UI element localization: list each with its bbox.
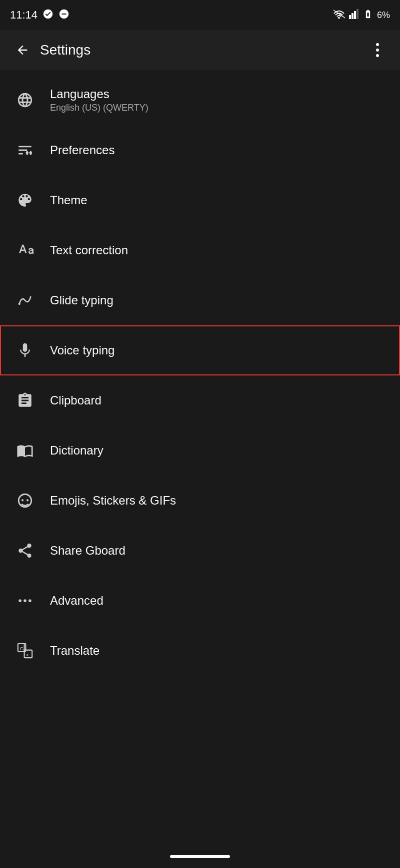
translate-text: Translate xyxy=(50,644,100,658)
wifi-icon xyxy=(333,10,345,21)
share-gboard-text: Share Gboard xyxy=(50,544,126,558)
dictionary-icon xyxy=(10,436,40,466)
theme-title: Theme xyxy=(50,193,88,207)
advanced-text: Advanced xyxy=(50,594,104,608)
settings-item-dictionary[interactable]: Dictionary xyxy=(0,425,400,476)
languages-title: Languages xyxy=(50,87,148,101)
bottom-nav-handle xyxy=(170,855,230,858)
glide-typing-icon xyxy=(10,285,40,315)
svg-point-6 xyxy=(24,599,26,602)
status-left: 11:14 xyxy=(10,9,70,22)
svg-point-7 xyxy=(28,599,32,602)
app-bar: Settings xyxy=(0,30,400,70)
text-correction-text: Text correction xyxy=(50,243,128,257)
languages-icon xyxy=(10,85,40,115)
page-title: Settings xyxy=(40,42,365,58)
settings-item-glide-typing[interactable]: Glide typing xyxy=(0,275,400,325)
settings-item-clipboard[interactable]: Clipboard xyxy=(0,375,400,425)
settings-item-languages[interactable]: Languages English (US) (QWERTY) xyxy=(0,75,400,125)
settings-item-preferences[interactable]: Preferences xyxy=(0,125,400,175)
languages-text: Languages English (US) (QWERTY) xyxy=(50,87,148,113)
preferences-title: Preferences xyxy=(50,143,114,157)
battery-percentage: 6% xyxy=(377,10,390,21)
voice-typing-title: Voice typing xyxy=(50,343,114,357)
preferences-icon xyxy=(10,135,40,165)
settings-item-share-gboard[interactable]: Share Gboard xyxy=(0,526,400,576)
share-gboard-title: Share Gboard xyxy=(50,544,126,558)
preferences-text: Preferences xyxy=(50,143,114,157)
signal-icon xyxy=(349,9,359,22)
clipboard-icon xyxy=(10,385,40,415)
translate-title: Translate xyxy=(50,644,100,658)
status-bar: 11:14 6% xyxy=(0,0,400,30)
settings-item-voice-typing[interactable]: Voice typing xyxy=(0,325,400,375)
settings-item-emojis[interactable]: Emojis, Stickers & GIFs xyxy=(0,476,400,526)
more-options-button[interactable] xyxy=(365,38,390,63)
svg-text:x: x xyxy=(26,652,28,657)
battery-icon xyxy=(363,9,373,22)
voice-typing-text: Voice typing xyxy=(50,343,114,357)
svg-point-5 xyxy=(18,599,22,602)
glide-typing-text: Glide typing xyxy=(50,293,114,307)
dnd-icon xyxy=(58,9,70,22)
svg-text:G: G xyxy=(20,646,24,651)
voice-typing-icon xyxy=(10,335,40,365)
glide-typing-title: Glide typing xyxy=(50,293,114,307)
svg-rect-0 xyxy=(349,15,351,19)
share-gboard-icon xyxy=(10,536,40,566)
theme-text: Theme xyxy=(50,193,88,207)
status-right: 6% xyxy=(333,9,390,22)
theme-icon xyxy=(10,185,40,215)
settings-item-translate[interactable]: G x Translate xyxy=(0,626,400,676)
settings-item-advanced[interactable]: Advanced xyxy=(0,576,400,626)
emojis-icon xyxy=(10,486,40,516)
status-time: 11:14 xyxy=(10,9,38,22)
clipboard-title: Clipboard xyxy=(50,393,102,407)
dictionary-text: Dictionary xyxy=(50,444,104,458)
svg-rect-1 xyxy=(352,13,354,19)
back-button[interactable] xyxy=(10,38,35,63)
advanced-title: Advanced xyxy=(50,594,104,608)
text-correction-title: Text correction xyxy=(50,243,128,257)
alarm-icon xyxy=(42,9,54,22)
advanced-icon xyxy=(10,586,40,616)
translate-icon: G x xyxy=(10,636,40,666)
more-dots-icon xyxy=(376,43,379,57)
languages-subtitle: English (US) (QWERTY) xyxy=(50,103,148,113)
dictionary-title: Dictionary xyxy=(50,444,104,458)
settings-item-theme[interactable]: Theme xyxy=(0,175,400,225)
text-correction-icon xyxy=(10,235,40,265)
emojis-text: Emojis, Stickers & GIFs xyxy=(50,494,176,508)
emojis-title: Emojis, Stickers & GIFs xyxy=(50,494,176,508)
settings-item-text-correction[interactable]: Text correction xyxy=(0,225,400,275)
settings-list: Languages English (US) (QWERTY) Preferen… xyxy=(0,70,400,681)
svg-rect-2 xyxy=(354,11,356,19)
svg-rect-3 xyxy=(356,9,358,19)
svg-point-4 xyxy=(18,303,20,305)
clipboard-text: Clipboard xyxy=(50,393,102,407)
